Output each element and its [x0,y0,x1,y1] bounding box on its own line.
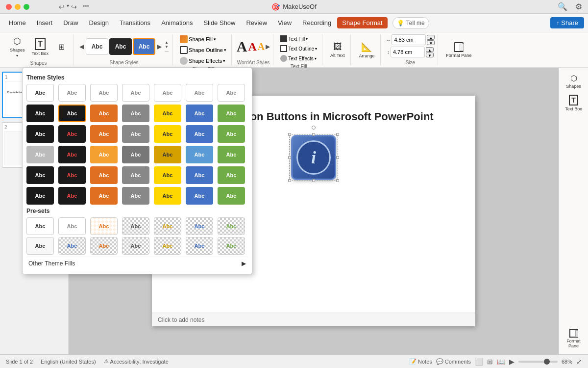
view-normal[interactable]: ⬜ [475,358,483,366]
preset-7[interactable]: Abc [218,217,245,235]
width-input[interactable] [392,34,426,45]
style-black-1[interactable]: Abc [26,105,54,122]
shape-outline-button[interactable]: Shape Outline ▾ [178,45,228,55]
style-gray-med-1[interactable]: Abc [122,146,149,163]
style-blue-3[interactable]: Abc [186,166,213,184]
share-button[interactable]: ↑ Share [550,17,584,28]
style-gray-3[interactable]: Abc [122,166,149,184]
style-green-3[interactable]: Abc [218,146,245,163]
style-black-red-5[interactable]: Abc [58,187,86,205]
preset-12[interactable]: Abc [154,237,181,255]
shape-fill-button[interactable]: Shape Fill ▾ [178,34,218,44]
style-white-5[interactable]: Abc [154,84,181,102]
height-down[interactable]: ▼ [426,53,434,57]
preset-13[interactable]: Abc [186,237,213,255]
text-a-orange[interactable]: A [258,41,265,53]
style-yellow-4[interactable]: Abc [154,187,181,205]
style-gray-light-1[interactable]: Abc [26,146,54,163]
close-button[interactable] [6,4,12,10]
text-effects-button[interactable]: Text Effects ▾ [278,54,318,63]
titlebar-search[interactable]: 🔍 ⚙ [558,2,582,11]
style-black-4[interactable]: Abc [26,187,54,205]
maximize-button[interactable] [24,4,29,10]
style-black-red-3[interactable]: Abc [58,146,86,163]
menu-slideshow[interactable]: Slide Show [198,17,240,28]
menu-recording[interactable]: Recording [297,17,336,28]
style-black-highlighted[interactable]: Abc [58,105,86,122]
text-outline-button[interactable]: Text Outline ▾ [278,44,319,53]
shapes-button[interactable]: ⬡ Shapes ▾ [7,34,28,59]
style-white-3[interactable]: Abc [90,84,118,102]
text-fill-button[interactable]: Text Fill ▾ [278,34,310,43]
format-pane-button[interactable]: Format Pane [443,41,474,59]
style-black-2[interactable]: Abc [26,125,54,143]
height-up[interactable]: ▲ [426,47,434,52]
width-down[interactable]: ▼ [427,40,435,45]
style-blue-1[interactable]: Abc [186,105,213,122]
text-a-red[interactable]: A [248,40,256,53]
handle-tr[interactable] [336,133,339,136]
alt-text-button[interactable]: 🖼 Alt Text [327,40,347,59]
menu-draw[interactable]: Draw [58,17,83,28]
menu-view[interactable]: View [273,17,296,28]
style-gray-2[interactable]: Abc [122,125,149,143]
style-white-7[interactable]: Abc [218,84,245,102]
undo-button[interactable]: ↩ [59,3,65,11]
style-green-5[interactable]: Abc [218,187,245,205]
styles-expand-button[interactable]: ▲ ▼ — [164,39,170,54]
view-presenter[interactable]: ▶ [509,358,514,366]
view-reading[interactable]: 📖 [497,358,505,366]
undo-dropdown[interactable]: ▾ [67,3,69,11]
style-yellow-2[interactable]: Abc [154,125,181,143]
style-green-1[interactable]: Abc [218,105,245,122]
style-black-red-4[interactable]: Abc [58,166,86,184]
shape-style-dark[interactable]: Abc [109,38,132,55]
preset-3[interactable]: Abc [90,217,118,235]
style-white-2[interactable]: Abc [58,84,86,102]
other-theme-fills-button[interactable]: Other Theme Fills ▶ [26,257,248,270]
minimize-button[interactable] [15,4,21,10]
redo-button[interactable]: ↪ [71,3,77,11]
textbox-button[interactable]: T Text Box [29,37,52,57]
style-green-4[interactable]: Abc [218,166,245,184]
handle-mr[interactable] [336,156,339,159]
menu-home[interactable]: Home [4,17,31,28]
arrange-shapes-button[interactable]: ⊞ [52,41,70,53]
style-orange-2[interactable]: Abc [90,125,118,143]
menu-transitions[interactable]: Transitions [115,17,155,28]
style-gray-4[interactable]: Abc [122,187,149,205]
style-orange-light-1[interactable]: Abc [90,146,118,163]
preset-1[interactable]: Abc [26,217,54,235]
handle-br[interactable] [336,179,339,182]
shape-style-plain[interactable]: Abc [86,38,108,55]
zoom-fit-button[interactable]: ⤢ [576,358,582,366]
menu-animations[interactable]: Animations [156,17,197,28]
view-slidesorter[interactable]: ⊞ [487,358,493,366]
preset-14[interactable]: Abc [218,237,245,255]
handle-tl[interactable] [288,133,291,136]
comments-button[interactable]: 💬 Comments [436,358,471,365]
width-up[interactable]: ▲ [427,35,435,40]
style-green-2[interactable]: Abc [218,125,245,143]
preset-8[interactable]: Abc [26,237,54,255]
style-yellow-3[interactable]: Abc [154,166,181,184]
preset-11[interactable]: Abc [122,237,149,255]
style-white-6[interactable]: Abc [186,84,213,102]
menu-shapeformat[interactable]: Shape Format [337,17,387,28]
shape-style-selected[interactable]: Abc [133,38,155,55]
style-blue-light-1[interactable]: Abc [186,146,213,163]
shape-effects-button[interactable]: Shape Effects ▾ [178,56,227,66]
style-yellow-1[interactable]: Abc [154,105,181,122]
right-textbox-button[interactable]: T Text Box [561,93,587,113]
preset-10[interactable]: Abc [90,237,118,255]
notes-button[interactable]: 📝 Notes [409,358,432,365]
preset-9[interactable]: Abc [58,237,86,255]
right-shapes-button[interactable]: ⬡ Shapes [561,72,587,91]
zoom-slider[interactable] [518,361,558,363]
handle-bl[interactable] [288,179,291,182]
style-white-1[interactable]: Abc [26,84,54,102]
handle-rotate[interactable] [312,126,316,130]
text-a-dark[interactable]: A [237,38,247,55]
right-format-pane-button[interactable]: Format Pane [561,327,587,350]
preset-2[interactable]: Abc [58,217,86,235]
